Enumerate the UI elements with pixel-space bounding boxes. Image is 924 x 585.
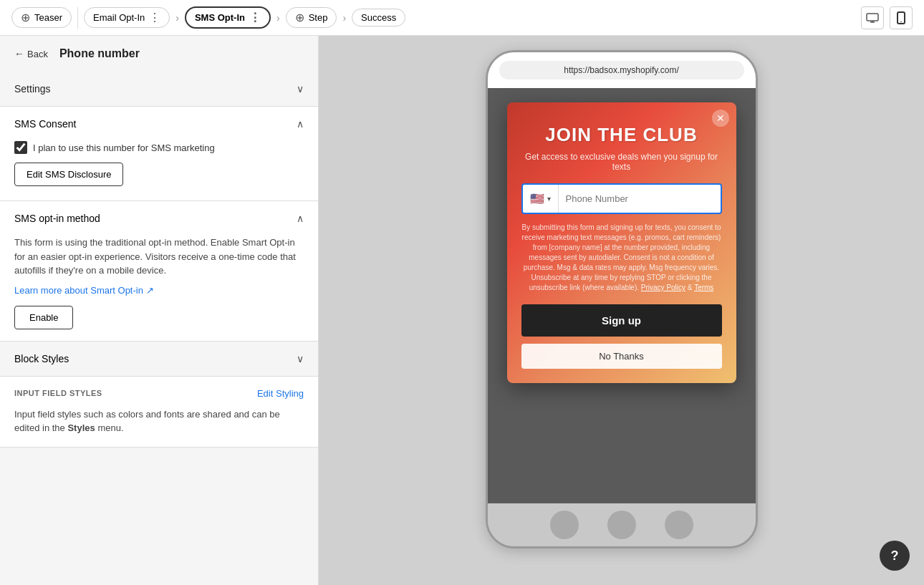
signup-button[interactable]: Sign up [521, 304, 722, 337]
sms-optin-label: SMS Opt-In [195, 12, 245, 23]
chevron-icon-1: › [175, 12, 179, 24]
sms-optin-dots[interactable]: ⋮ [249, 11, 261, 24]
phone-btn-3 [665, 511, 693, 539]
terms-link[interactable]: Terms [694, 284, 713, 291]
teaser-label: Teaser [34, 12, 62, 23]
block-styles-label: Block Styles [14, 353, 69, 364]
enable-button[interactable]: Enable [14, 306, 73, 329]
sms-optin-method-label: SMS opt-in method [14, 213, 100, 224]
top-nav: ⊕ Teaser Email Opt-In ⋮ › SMS Opt-In ⋮ ›… [0, 0, 924, 36]
back-button[interactable]: ← Back [14, 48, 48, 59]
input-field-desc-part2: menu. [95, 422, 124, 433]
panel-header: ← Back Phone number [0, 36, 318, 72]
sms-consent-label: SMS Consent [14, 118, 76, 130]
optin-description: This form is using the traditional opt-i… [14, 236, 304, 278]
chevron-icon-3: › [342, 12, 346, 24]
desktop-view-btn[interactable] [861, 6, 884, 29]
phone-screen: ✕ JOIN THE CLUB Get access to exclusive … [488, 88, 756, 503]
right-panel: https://badsox.myshopify.com/ ✕ JOIN THE… [319, 36, 924, 585]
edit-styling-link[interactable]: Edit Styling [257, 388, 304, 399]
mobile-view-btn[interactable] [890, 6, 913, 29]
main-layout: ← Back Phone number Settings ∨ SMS Conse… [0, 36, 924, 585]
edit-sms-disclosure-button[interactable]: Edit SMS Disclosure [14, 163, 123, 186]
step-plus-icon: ⊕ [295, 11, 304, 24]
url-bar: https://badsox.myshopify.com/ [499, 61, 744, 79]
left-panel: ← Back Phone number Settings ∨ SMS Conse… [0, 36, 319, 585]
popup-modal: ✕ JOIN THE CLUB Get access to exclusive … [507, 102, 736, 383]
learn-more-label: Learn more about Smart Opt-in [14, 285, 143, 296]
block-styles-section: Block Styles ∨ [0, 342, 318, 377]
phone-mockup: https://badsox.myshopify.com/ ✕ JOIN THE… [486, 50, 758, 548]
learn-more-link[interactable]: Learn more about Smart Opt-in ↗ [14, 285, 304, 296]
privacy-policy-link[interactable]: Privacy Policy [641, 284, 685, 291]
consent-text-content: By submitting this form and signing up f… [522, 223, 721, 291]
input-field-label: INPUT FIELD STYLES [14, 389, 102, 397]
desktop-icon [866, 13, 879, 23]
nav-teaser[interactable]: ⊕ Teaser [11, 7, 72, 28]
nav-success[interactable]: Success [352, 9, 405, 26]
settings-chevron: ∨ [297, 83, 304, 95]
sms-optin-body: This form is using the traditional opt-i… [0, 236, 318, 341]
sms-checkbox-row: I plan to use this number for SMS market… [0, 141, 318, 163]
sms-optin-method-header[interactable]: SMS opt-in method ∧ [0, 201, 318, 236]
sms-checkbox-label: I plan to use this number for SMS market… [33, 142, 215, 153]
dropdown-arrow-icon: ▾ [547, 195, 551, 203]
block-styles-header[interactable]: Block Styles ∨ [0, 342, 318, 376]
phone-input-row: 🇺🇸 ▾ [521, 183, 722, 214]
no-thanks-button[interactable]: No Thanks [521, 344, 722, 369]
external-link-icon: ↗ [146, 285, 154, 296]
settings-section: Settings ∨ [0, 72, 318, 107]
input-field-desc-part1: Input field styles such as colors and fo… [14, 409, 280, 434]
input-field-styles-header: INPUT FIELD STYLES Edit Styling [14, 388, 304, 399]
step-label: Step [309, 12, 328, 23]
plus-icon: ⊕ [21, 11, 30, 24]
nav-icons [861, 6, 913, 29]
mobile-icon [897, 11, 905, 24]
nav-email-optin[interactable]: Email Opt-In ⋮ [84, 7, 170, 28]
flag-selector[interactable]: 🇺🇸 ▾ [523, 185, 559, 213]
nav-sms-optin[interactable]: SMS Opt-In ⋮ [185, 6, 271, 29]
popup-subtitle: Get access to exclusive deals when you s… [521, 152, 722, 172]
phone-btn-2 [607, 511, 636, 539]
phone-top: https://badsox.myshopify.com/ [488, 52, 756, 88]
panel-title: Phone number [59, 47, 140, 60]
settings-header[interactable]: Settings ∨ [0, 72, 318, 106]
success-label: Success [361, 12, 396, 23]
email-optin-dots[interactable]: ⋮ [149, 11, 160, 24]
sms-optin-method-section: SMS opt-in method ∧ This form is using t… [0, 201, 318, 342]
sms-consent-header[interactable]: SMS Consent ∧ [0, 107, 318, 141]
phone-btn-1 [550, 511, 579, 539]
sms-optin-chevron: ∧ [297, 213, 304, 224]
styles-word: Styles [67, 422, 95, 433]
svg-point-4 [900, 21, 902, 22]
block-styles-chevron: ∨ [297, 353, 304, 364]
settings-label: Settings [14, 83, 51, 95]
nav-step[interactable]: ⊕ Step [286, 7, 337, 28]
consent-text: By submitting this form and signing up f… [521, 223, 722, 293]
back-arrow-icon: ← [14, 48, 24, 59]
back-label: Back [27, 49, 48, 59]
input-field-desc: Input field styles such as colors and fo… [14, 407, 304, 435]
sms-consent-chevron: ∧ [297, 118, 304, 130]
popup-body: JOIN THE CLUB Get access to exclusive de… [507, 102, 736, 383]
popup-title: JOIN THE CLUB [521, 124, 722, 146]
chevron-icon-2: › [276, 12, 280, 24]
nav-divider-1 [77, 7, 78, 29]
svg-rect-0 [867, 14, 878, 21]
input-field-styles-section: INPUT FIELD STYLES Edit Styling Input fi… [0, 377, 318, 448]
phone-number-input[interactable] [559, 186, 721, 211]
sms-consent-section: SMS Consent ∧ I plan to use this number … [0, 107, 318, 201]
email-optin-label: Email Opt-In [93, 12, 145, 23]
help-button[interactable]: ? [880, 541, 910, 571]
popup-close-button[interactable]: ✕ [712, 110, 729, 127]
flag-icon: 🇺🇸 [530, 192, 544, 206]
phone-bottom [488, 503, 756, 546]
sms-marketing-checkbox[interactable] [14, 141, 27, 154]
consent-ampersand: & [688, 284, 694, 291]
